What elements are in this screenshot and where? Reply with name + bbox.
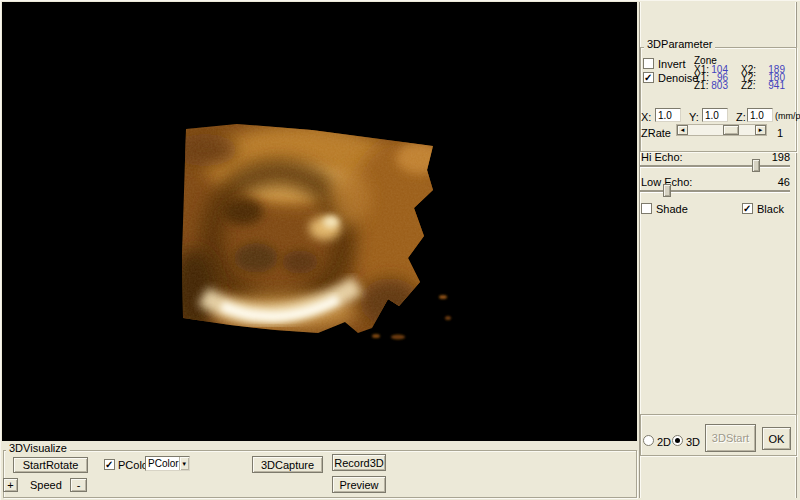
scroll-left-glyph: ◄ — [680, 127, 686, 133]
start-rotate-button[interactable]: StartRotate — [13, 457, 88, 473]
zrate-value: 1 — [777, 128, 783, 139]
pcolor-dropdown[interactable]: PColor ▼ — [145, 456, 190, 471]
radio-dot — [675, 438, 680, 443]
low-echo-thumb[interactable] — [663, 184, 671, 197]
preview-button[interactable]: Preview — [332, 476, 386, 493]
start3d-button[interactable]: 3DStart — [705, 424, 756, 452]
zrate-thumb[interactable] — [723, 125, 739, 135]
ultrasound-render — [2, 2, 637, 441]
zrate-scrollbar[interactable]: ◄ ► — [676, 124, 767, 136]
mode-2d-radio[interactable] — [643, 435, 654, 446]
scroll-left-icon[interactable]: ◄ — [677, 125, 688, 135]
hi-echo-thumb[interactable] — [752, 159, 760, 172]
scroll-right-icon[interactable]: ► — [755, 125, 766, 135]
mode-3d-label[interactable]: 3D — [686, 437, 700, 448]
scale-x-input[interactable] — [655, 108, 681, 122]
dropdown-arrow-icon[interactable]: ▼ — [179, 457, 189, 470]
hi-echo-track[interactable] — [640, 165, 790, 168]
scale-z-label: Z: — [736, 112, 746, 123]
scroll-right-glyph: ► — [758, 127, 764, 133]
speed-plus-button[interactable]: + — [3, 478, 18, 492]
pcolor-checkbox[interactable]: ✓ — [104, 459, 115, 470]
render-viewport[interactable] — [2, 2, 637, 441]
shade-checkbox[interactable]: ✓ — [641, 203, 652, 214]
black-label[interactable]: Black — [757, 204, 784, 215]
denoise-checkbox[interactable]: ✓ — [643, 72, 654, 83]
speed-label: Speed — [30, 480, 62, 491]
scale-z-input[interactable] — [747, 108, 773, 122]
shade-label[interactable]: Shade — [656, 204, 688, 215]
zone-z1-value: 803 — [708, 81, 728, 91]
mode-2d-label[interactable]: 2D — [657, 437, 671, 448]
app-window: 3DParameter ✓ Invert ✓ Denoise Zone X1: … — [0, 0, 800, 500]
zone-z2-value: 941 — [765, 81, 785, 91]
checkmark-icon: ✓ — [105, 460, 114, 469]
invert-checkbox[interactable]: ✓ — [643, 58, 654, 69]
denoise-label[interactable]: Denoise — [658, 73, 698, 84]
dropdown-arrow-glyph: ▼ — [181, 461, 187, 467]
zone-z2-label: Z2: — [741, 81, 755, 91]
capture3d-button[interactable]: 3DCapture — [252, 456, 323, 473]
hi-echo-slider[interactable] — [640, 159, 790, 173]
invert-label[interactable]: Invert — [658, 59, 686, 70]
low-echo-slider[interactable] — [640, 184, 790, 198]
record3d-button[interactable]: Record3D — [332, 454, 386, 471]
ok-button[interactable]: OK — [762, 427, 791, 450]
checkmark-icon: ✓ — [644, 73, 653, 82]
scale-y-label: Y: — [689, 112, 699, 123]
scale-y-input[interactable] — [702, 108, 728, 122]
parameter-group-title: 3DParameter — [644, 39, 715, 50]
checkmark-icon: ✓ — [743, 204, 752, 213]
zrate-label: ZRate — [641, 128, 671, 139]
visualize-group-title: 3DVisualize — [6, 443, 70, 454]
pcolor-dropdown-value: PColor — [146, 458, 179, 469]
scale-unit-label: (mm/p) — [775, 112, 800, 121]
scale-x-label: X: — [641, 112, 651, 123]
zone-z1-label: Z1: — [694, 81, 708, 91]
mode-3d-radio[interactable] — [672, 435, 683, 446]
speed-minus-button[interactable]: - — [70, 478, 87, 492]
black-checkbox[interactable]: ✓ — [742, 203, 753, 214]
